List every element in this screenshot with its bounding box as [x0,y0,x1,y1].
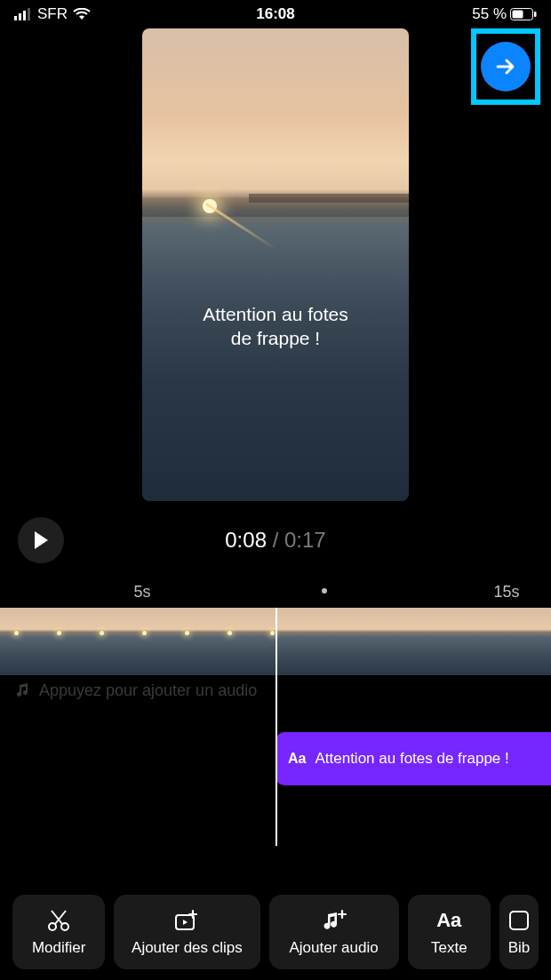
preview-skyline [249,194,409,203]
clip-thumbnail[interactable] [341,608,384,675]
add-audio-button[interactable]: Ajouter audio [269,895,399,969]
svg-rect-3 [28,8,30,20]
overlay-line2: de frappe ! [142,326,409,350]
clip-thumbnail[interactable] [299,608,341,675]
next-button[interactable] [481,42,531,92]
text-aa-icon: Aa [288,751,306,767]
text-label: Texte [431,939,467,957]
text-clip[interactable]: Aa Attention au fotes de frappe ! [276,732,551,785]
timeline[interactable]: Appuyez pour ajouter un audio Aa Attenti… [0,608,551,793]
svg-point-8 [61,923,68,930]
ruler-tick-5s: 5s [133,583,150,602]
add-clips-label: Ajouter des clips [132,939,243,957]
library-button[interactable]: Bib [499,895,539,969]
clip-thumbnail[interactable] [171,608,213,675]
video-preview[interactable]: Attention au fotes de frappe ! [142,28,409,501]
clock: 16:08 [256,5,294,23]
play-button[interactable] [18,517,64,563]
overlay-line1: Attention au fotes [142,302,409,326]
clip-thumbnail[interactable] [43,608,85,675]
time-display: 0:08 / 0:17 [225,528,325,553]
clip-thumbnail[interactable] [128,608,171,675]
clip-thumbnail[interactable] [213,608,256,675]
play-icon [32,530,50,550]
svg-rect-1 [19,13,21,20]
wifi-icon [73,8,91,20]
ruler-dot [322,588,327,594]
status-left: SFR [14,5,91,23]
audio-placeholder: Appuyez pour ajouter un audio [39,681,257,700]
time-total: 0:17 [284,528,326,552]
add-audio-icon [321,909,347,932]
timeline-ruler: 5s 15s [0,583,551,608]
clip-thumbnail[interactable] [469,608,512,675]
svg-point-7 [49,923,56,930]
svg-rect-10 [510,912,528,929]
time-current: 0:08 [225,528,267,552]
playback-row: 0:08 / 0:17 [0,515,551,565]
bottom-toolbar: Modifier Ajouter des clips Ajouter audio… [0,895,551,969]
library-label: Bib [508,939,531,957]
ruler-tick-15s: 15s [493,583,519,602]
music-note-icon [14,682,30,698]
arrow-right-icon [494,55,517,78]
text-button[interactable]: Aa Texte [408,895,491,969]
signal-icon [14,8,32,20]
battery-percent: 55 % [472,5,507,23]
battery-icon [510,8,537,20]
next-button-highlight [471,28,540,105]
scissors-icon [46,908,71,933]
clip-thumbnail[interactable] [427,608,469,675]
preview-area: Attention au fotes de frappe ! [0,28,551,501]
overlay-text: Attention au fotes de frappe ! [142,302,409,351]
clip-thumbnail[interactable] [256,608,299,675]
status-right: 55 % [472,5,537,23]
modify-button[interactable]: Modifier [12,895,105,969]
status-bar: SFR 16:08 55 % [0,0,551,28]
carrier-label: SFR [37,5,68,23]
clip-thumbnail[interactable] [512,608,551,675]
text-icon: Aa [436,909,461,932]
svg-rect-5 [513,11,523,19]
add-clips-button[interactable]: Ajouter des clips [114,895,260,969]
clip-thumbnail[interactable] [384,608,427,675]
text-clip-label: Attention au fotes de frappe ! [315,750,508,768]
svg-rect-6 [534,12,537,17]
playhead[interactable] [276,608,277,846]
modify-label: Modifier [32,939,85,957]
library-icon [507,909,531,932]
clip-thumbnail[interactable] [0,608,43,675]
svg-rect-0 [14,16,17,20]
svg-rect-2 [23,11,26,20]
clip-thumbnail[interactable] [85,608,128,675]
add-audio-label: Ajouter audio [289,939,378,957]
add-clip-icon [173,909,200,932]
